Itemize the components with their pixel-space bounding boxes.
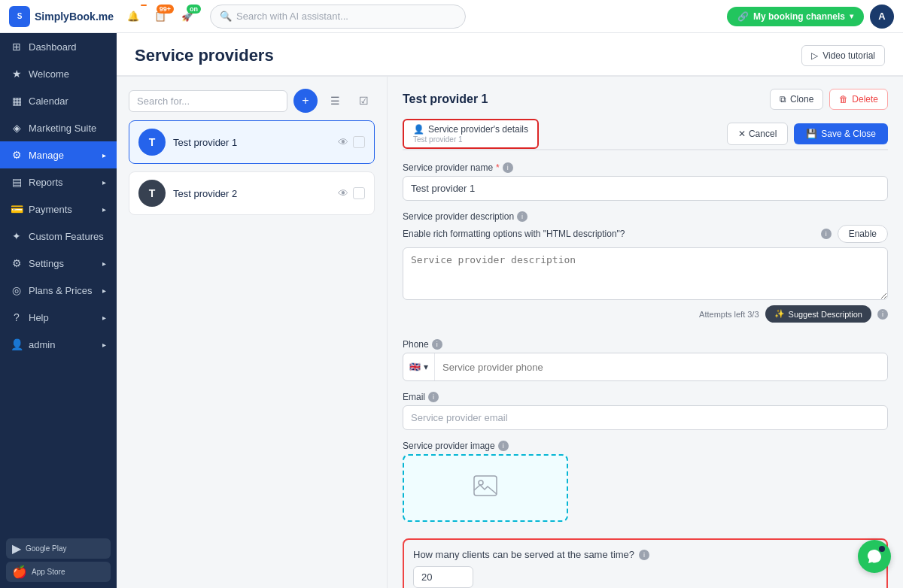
sidebar-item-plans[interactable]: ◎ Plans & Prices ▸ [0,277,117,304]
provider-visibility-2[interactable]: 👁 [338,187,348,199]
manage-arrow-icon: ▸ [102,151,106,159]
notifications-button[interactable]: 🔔 [123,6,144,27]
booking-channels-icon: 🔗 [737,11,749,22]
description-textarea[interactable] [403,247,888,300]
search-input[interactable] [236,11,456,22]
provider-actions-2: 👁 [338,187,365,199]
video-tutorial-button[interactable]: ▷ Video tutorial [801,45,885,66]
sidebar-bottom: ▶ Google Play 🍎 App Store [0,532,117,588]
name-info-icon[interactable]: i [503,162,513,173]
tab-service-provider-details[interactable]: 👤 Service provider's details Test provid… [403,119,539,149]
sidebar-item-marketing[interactable]: ◈ Marketing Suite [0,114,117,141]
phone-info-icon[interactable]: i [432,339,442,350]
provider-actions-1: 👁 [338,136,365,148]
list-view-button[interactable]: ☰ [324,89,346,112]
phone-row: 🇬🇧 ▾ [403,353,888,381]
phone-flag-selector[interactable]: 🇬🇧 ▾ [403,353,435,380]
play-icon: ▷ [811,50,818,61]
clients-info-icon[interactable]: i [639,550,649,560]
sidebar-item-custom-features[interactable]: ✦ Custom Features [0,223,117,250]
admin-arrow-icon: ▸ [102,341,106,349]
add-provider-button[interactable]: + [293,89,318,113]
main-content: Service providers ▷ Video tutorial + ☰ ☑… [117,33,903,588]
action-bar: ✕ Cancel 💾 Save & Close [727,123,888,145]
provider-checkbox-2[interactable] [353,187,365,199]
tasks-button[interactable]: 📋 99+ [150,6,171,27]
google-play-label: Google Play [26,544,66,553]
email-field-label: Email i [403,392,888,402]
sidebar-item-reports[interactable]: ▤ Reports ▸ [0,168,117,195]
sidebar-item-welcome[interactable]: ★ Welcome [0,60,117,87]
search-row: + ☰ ☑ [129,89,375,113]
cancel-button[interactable]: ✕ Cancel [727,123,788,145]
email-field-group: Email i [403,392,888,430]
sidebar-item-help[interactable]: ? Help ▸ [0,304,117,331]
detail-actions: ⧉ Clone 🗑 Delete [770,89,888,110]
navbar: S SimplyBook.me 🔔 📋 99+ 🚀 on 🔍 🔗 My book… [0,0,903,33]
email-info-icon[interactable]: i [428,392,439,402]
suggest-info-icon[interactable]: i [877,309,888,320]
image-placeholder-icon [473,475,497,501]
image-info-icon[interactable]: i [498,441,509,451]
logo-text: SimplyBook.me [35,11,114,23]
custom-features-icon: ✦ [11,230,23,242]
payments-arrow-icon: ▸ [102,205,106,214]
sidebar-item-payments[interactable]: 💳 Payments ▸ [0,195,117,223]
sidebar-item-manage[interactable]: ⚙ Manage ▸ [0,141,117,168]
delete-button[interactable]: 🗑 Delete [829,89,888,110]
google-play-button[interactable]: ▶ Google Play [6,538,111,559]
clone-button[interactable]: ⧉ Clone [770,89,823,110]
sidebar-item-calendar[interactable]: ▦ Calendar [0,87,117,114]
provider-checkbox-1[interactable] [353,136,365,148]
video-tutorial-label: Video tutorial [822,50,875,61]
description-field-group: Service provider description i Enable ri… [403,211,888,329]
payments-icon: 💳 [11,203,23,215]
help-icon: ? [11,311,23,323]
provider-search-input[interactable] [129,90,287,112]
svg-rect-0 [474,476,497,496]
detail-header: Test provider 1 ⧉ Clone 🗑 Delete [403,89,888,110]
notifications-badge [141,5,147,6]
name-field-label: Service provider name * i [403,162,888,173]
delete-label: Delete [852,94,878,105]
chat-fab-button[interactable] [858,540,891,573]
enable-html-button[interactable]: Enable [838,225,888,243]
avatar[interactable]: A [870,5,894,29]
search-bar[interactable]: 🔍 [210,5,466,29]
search-icon: 🔍 [220,11,232,22]
clients-section: How many clients can be served at the sa… [403,538,888,588]
phone-input[interactable] [435,356,887,379]
textarea-footer: Attempts left 3/3 ✨ Suggest Description … [403,305,888,323]
tab-label: Service provider's details [428,124,528,135]
app-store-icon: 🍎 [12,565,27,579]
app-store-button[interactable]: 🍎 App Store [6,562,111,582]
provider-card-1[interactable]: T Test provider 1 👁 [129,120,375,164]
save-close-button[interactable]: 💾 Save & Close [794,123,888,144]
provider-avatar-1: T [138,129,166,156]
description-info-icon[interactable]: i [517,211,528,222]
clients-label: How many clients can be served at the sa… [413,549,877,560]
required-indicator: * [496,162,500,173]
plans-arrow-icon: ▸ [102,286,106,295]
provider-name-input[interactable] [403,176,888,201]
sidebar-item-dashboard[interactable]: ⊞ Dashboard [0,33,117,60]
attempts-text: Attempts left 3/3 [699,310,759,319]
email-input[interactable] [403,405,888,430]
provider-visibility-1[interactable]: 👁 [338,136,348,148]
tasks-badge: 99+ [157,5,174,14]
plans-icon: ◎ [11,284,23,296]
manage-icon: ⚙ [11,149,23,161]
provider-card-2[interactable]: T Test provider 2 👁 [129,171,375,215]
clients-input[interactable] [413,566,473,588]
logo[interactable]: S SimplyBook.me [9,6,114,27]
image-field-group: Service provider image i [403,441,888,522]
page-title: Service providers [135,46,274,65]
booking-channels-button[interactable]: 🔗 My booking channels ▾ [727,7,864,26]
html-info-icon[interactable]: i [821,229,832,239]
check-all-button[interactable]: ☑ [352,89,375,112]
suggest-description-button[interactable]: ✨ Suggest Description [765,305,871,323]
image-upload-area[interactable] [403,454,568,522]
sidebar-item-admin[interactable]: 👤 admin ▸ [0,331,117,358]
rocket-button[interactable]: 🚀 on [177,6,198,27]
sidebar-item-settings[interactable]: ⚙ Settings ▸ [0,250,117,277]
